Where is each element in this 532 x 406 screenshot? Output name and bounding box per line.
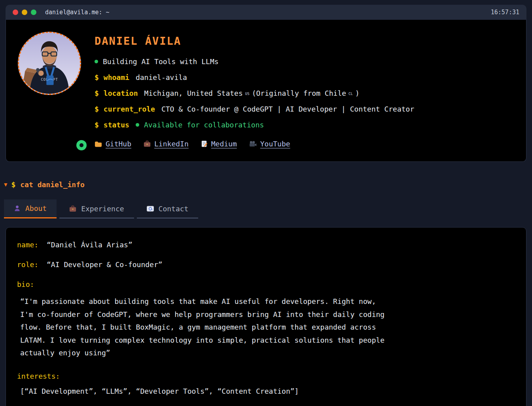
email-icon [147,206,154,212]
tab-bar: About Experience Contact [4,199,532,218]
interests-key: interests: [17,372,60,380]
bio-text-line: I'm co-founder of CodeGPT, where we help… [20,308,515,321]
tab-label: Contact [159,205,189,213]
social-links: GitHub LinkedIn [95,140,414,148]
command-line-whoami: $ whoami daniel-avila [95,73,414,82]
command-name: whoami [104,73,129,82]
tab-label: Experience [81,205,124,213]
briefcase-icon [144,140,151,147]
tagline-text: Building AI Tools with LLMs [103,57,219,66]
profile-card: CODEGPT [6,20,526,162]
role-value: “AI Developer & Co-founder” [47,260,163,269]
command-line-status: $ status Available for collaborations [95,120,414,129]
name-key: name: [17,241,38,249]
tab-about[interactable]: About [4,199,57,218]
minimize-button[interactable] [22,9,27,15]
name-line: name: “Daniel Ávila Arias” [17,240,515,249]
location-value: Michigan, United States [144,89,243,98]
interests-value: [“AI Development”, “LLMs”, “Developer To… [20,387,515,395]
bio-paragraph: “I'm passionate about building tools tha… [20,295,515,360]
name-value: “Daniel Ávila Arias” [47,241,133,249]
prompt-symbol: $ [95,120,99,129]
command-name: status [104,120,129,129]
online-status-indicator [76,140,87,150]
tab-contact[interactable]: Contact [137,199,199,218]
bio-text-line: LATAM. I love turning complex technology… [20,334,515,347]
location-origin: (Originally from Chile [252,89,346,98]
about-panel: name: “Daniel Ávila Arias” role: “AI Dev… [6,227,526,406]
us-flag-fallback: us [245,89,250,98]
maximize-button[interactable] [31,9,36,15]
cat-command-line: ▼ $ cat daniel_info [4,180,532,189]
prompt-symbol: $ [95,73,99,82]
link-label: YouTube [260,140,290,148]
link-label: Medium [211,140,237,148]
memo-pencil-icon [201,140,208,147]
page-title: DANIEL ÁVILA [95,35,414,47]
bio-text-line: actually enjoy using” [20,347,515,360]
tab-experience[interactable]: Experience [59,199,134,218]
interests-block: interests: [“AI Development”, “LLMs”, “D… [17,372,515,395]
folder-icon [95,141,102,147]
collapse-caret-icon[interactable]: ▼ [4,180,7,189]
bio-text-line: “I'm passionate about building tools tha… [20,295,515,308]
link-label: LinkedIn [154,140,189,148]
window-title: daniel@avila.me: ~ [45,9,110,16]
role-value: CTO & Co-founder @ CodeGPT | AI Develope… [161,104,414,114]
close-button[interactable] [13,9,18,15]
role-line: role: “AI Developer & Co-founder” [17,260,515,269]
bio-line: bio: [17,280,515,289]
link-youtube[interactable]: YouTube [249,140,290,148]
command-line-current-role: $ current_role CTO & Co-founder @ CodeGP… [95,104,414,114]
cl-flag-fallback: cl [348,89,353,98]
prompt-symbol: $ [11,180,15,189]
command-name: current_role [104,104,155,114]
avatar: CODEGPT [18,31,84,148]
link-github[interactable]: GitHub [95,140,131,148]
link-linkedin[interactable]: LinkedIn [144,140,189,148]
command-line-location: $ location Michigan, United States us (O… [95,89,414,98]
clock: 16:57:31 [491,9,519,16]
briefcase-icon [69,205,76,212]
command-name: location [104,89,138,98]
green-dot-icon [95,60,98,63]
availability-dot-icon [136,123,139,127]
person-icon [14,205,21,212]
interests-line: interests: [17,372,515,381]
bio-text-line: flow. Before that, I built BoxMagic, a g… [20,321,515,334]
window-titlebar: daniel@avila.me: ~ 16:57:31 [6,5,526,20]
link-label: GitHub [106,140,131,148]
avatar-photo: CODEGPT [18,32,81,95]
traffic-lights [13,9,36,15]
command-value: daniel-avila [136,73,187,82]
bio-key: bio: [17,280,34,288]
prompt-command-text: cat daniel_info [20,180,85,189]
prompt-symbol: $ [95,89,99,98]
link-medium[interactable]: Medium [201,140,237,148]
movie-camera-icon [249,141,257,147]
location-paren: ) [355,89,360,98]
terminal-window: daniel@avila.me: ~ 16:57:31 [6,5,526,162]
tagline-row: Building AI Tools with LLMs [95,57,414,66]
status-value: Available for collaborations [144,120,264,129]
tab-label: About [25,204,47,212]
avatar-illustration: CODEGPT [19,33,80,94]
role-key: role: [17,260,38,269]
prompt-symbol: $ [95,104,99,114]
